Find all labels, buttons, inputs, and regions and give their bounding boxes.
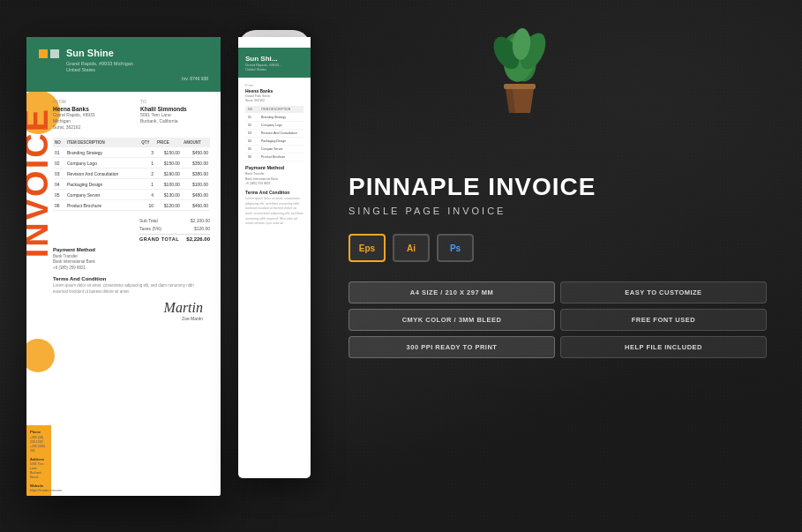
from-block: From Heena Banks Grand Rapids, #9933Mich… <box>53 99 123 131</box>
address-value: 5091 Tern LaneBurbank Street <box>30 462 48 481</box>
col-amount: AMOUNT <box>182 138 210 147</box>
company-info: Sun Shine Grand Rapids, #9933 Michigan U… <box>66 48 208 82</box>
badge-ps: Ps <box>437 234 474 262</box>
col-qty: QTY <box>139 138 155 147</box>
rolled-row-2: 02 Company Logo <box>245 122 304 130</box>
table-header-row: NO ITEM DESCRIPTION QTY PRICE AMOUNT <box>53 138 210 147</box>
company-logo <box>39 49 59 58</box>
rolled-row-4: 04 Packaging Design <box>245 138 304 146</box>
logo-square-white <box>50 49 59 58</box>
bottom-yellow-bar: Phone +285 (38) 226 1592+285 (386) 291 A… <box>26 425 51 496</box>
feature-badge: HELP FILE INCLUDED <box>560 336 767 358</box>
from-to-section: From Heena Banks Grand Rapids, #9933Mich… <box>53 99 210 131</box>
col-desc: ITEM DESCRIPTION <box>65 138 139 147</box>
rolled-paper: Sun Shi... Grand Rapids, #9933...United … <box>238 37 311 478</box>
app-badges: Eps Ai Ps <box>349 234 767 262</box>
circle-decoration-2 <box>26 339 55 372</box>
company-name: Sun Shine <box>66 48 208 59</box>
items-table: NO ITEM DESCRIPTION QTY PRICE AMOUNT 01 … <box>53 138 210 211</box>
signature-block: Martin Zoe Martin <box>53 300 210 321</box>
phone-label: Phone <box>30 430 48 434</box>
payment-title: Payment Method <box>53 247 210 252</box>
to-label: To <box>140 99 210 104</box>
product-subtitle: SINGLE PAGE INVOICE <box>349 206 767 216</box>
rolled-body: From Heena Banks Grand Falls StreetSurat… <box>238 78 311 232</box>
table-row: 01 Branding Strategy 3 $150.00 $450.00 <box>53 147 210 158</box>
payment-detail: Bank TransferBank International Bank+6 (… <box>53 254 210 271</box>
invoice-flat: INVOICE Sun Shine Grand Rapids, #9933 Mi… <box>26 37 221 496</box>
terms-section: Terms And Condition Lorem ipsum dolor si… <box>53 276 210 296</box>
to-block: To Khalil Simmonds 5091 Tern LaneBurbank… <box>140 99 210 131</box>
main-container: INVOICE Sun Shine Grand Rapids, #9933 Mi… <box>0 0 802 532</box>
rolled-company-name: Sun Shi... <box>245 55 304 63</box>
terms-title: Terms And Condition <box>53 276 210 281</box>
feature-badge: A4 SIZE / 210 x 297 mm <box>349 281 555 303</box>
rolled-from-name: Heena Banks <box>245 88 304 94</box>
info-panel: PINNAPLE INVOICE SINGLE PAGE INVOICE Eps… <box>335 156 776 377</box>
invoice-header: Sun Shine Grand Rapids, #9933 Michigan U… <box>26 37 221 93</box>
payment-block: Payment Method Bank TransferBank Interna… <box>53 247 210 271</box>
payment-section: Payment Method Bank TransferBank Interna… <box>53 247 210 271</box>
to-address: 5091 Tern LaneBurbank, California <box>140 112 210 124</box>
rolled-from-label: From <box>245 83 304 87</box>
col-no: NO <box>53 138 65 147</box>
rolled-payment-detail: Bank TransferBank International Bank+6 (… <box>245 172 304 186</box>
table-row: 06 Product Brochure 10 $120.00 $460.00 <box>53 200 210 211</box>
grand-total-row: GRAND TOTAL $2,226.00 <box>139 234 210 242</box>
website-value: https://envato.com.com <box>30 489 48 492</box>
invoice-body: From Heena Banks Grand Rapids, #9933Mich… <box>26 92 221 328</box>
from-address: Grand Rapids, #9933MichiganSurat, 362162 <box>53 112 123 131</box>
tax-value: $126.00 <box>194 226 210 231</box>
subtotal-value: $2,100.00 <box>191 218 210 223</box>
rolled-row-3: 03 Revision And Consultation <box>245 130 304 138</box>
tax-label: Taxes (5%) <box>139 226 161 231</box>
rolled-from-detail: Grand Falls StreetSurat, 362162 <box>245 94 304 103</box>
svg-rect-5 <box>504 84 536 89</box>
rolled-company-info: Grand Rapids, #9933...United States <box>245 63 304 72</box>
feature-badge: 300 PPI READY TO PRINT <box>349 336 555 358</box>
badge-eps: Eps <box>349 234 386 262</box>
from-label: From <box>53 99 123 104</box>
table-row: 04 Packaging Design 1 $100.00 $100.00 <box>53 179 210 190</box>
subtotal-row: Sub Total $2,100.00 <box>139 216 210 224</box>
from-name: Heena Banks <box>53 106 123 112</box>
rolled-row-5: 05 Compan Server <box>245 146 304 154</box>
rolled-header: Sun Shi... Grand Rapids, #9933...United … <box>238 48 311 78</box>
invoice-rolled: Sun Shi... Grand Rapids, #9933...United … <box>238 37 318 496</box>
feature-badge: EASY TO CUSTOMIZE <box>560 281 767 303</box>
terms-text: Lorem ipsum dolor sit amet, consectetur … <box>53 283 210 296</box>
address-label: Address <box>30 457 48 461</box>
invoice-number: Inv. 8749 938 <box>66 76 208 81</box>
grand-total-label: GRAND TOTAL <box>139 236 179 242</box>
feature-badge: CMYK COLOR / 3mm BLEED <box>349 309 555 331</box>
totals-block: Sub Total $2,100.00 Taxes (5%) $126.00 G… <box>139 216 210 242</box>
subtotal-label: Sub Total <box>139 218 158 223</box>
product-title: PINNAPLE INVOICE <box>349 174 767 201</box>
rolled-table-header: NO ITEM DESCRIPTION <box>245 106 304 113</box>
col-price: PRICE <box>155 138 182 147</box>
features-grid: A4 SIZE / 210 x 297 mmEASY TO CUSTOMIZEC… <box>349 281 767 358</box>
badge-ai: Ai <box>393 234 430 262</box>
invoice-side-label: INVOICE <box>26 108 53 258</box>
table-row: 05 Company Server 4 $130.00 $480.00 <box>53 190 210 200</box>
table-row: 03 Revision And Consultation 2 $190.00 $… <box>53 169 210 179</box>
rolled-row-6: 06 Product Brochure <box>245 154 304 161</box>
website-label: Website <box>30 483 48 488</box>
logo-square-orange <box>39 49 48 58</box>
signature: Martin <box>53 300 203 316</box>
grand-total-value: $2,226.00 <box>186 236 210 242</box>
tax-row: Taxes (5%) $126.00 <box>139 224 210 232</box>
table-row: 02 Company Logo 1 $150.00 $350.00 <box>53 158 210 169</box>
rolled-terms-title: Terms And Condition <box>245 190 304 195</box>
company-address: Grand Rapids, #9933 Michigan United Stat… <box>66 61 208 74</box>
to-name: Khalil Simmonds <box>140 106 210 112</box>
phone-value: +285 (38) 226 1592+285 (386) 291 <box>30 436 48 454</box>
rolled-payment-title: Payment Method <box>245 165 304 170</box>
plant-decoration <box>484 18 555 115</box>
totals-section: Sub Total $2,100.00 Taxes (5%) $126.00 G… <box>53 216 210 242</box>
rolled-row-1: 01 Branding Strategy <box>245 114 304 122</box>
signatory: Zoe Martin <box>53 316 203 321</box>
feature-badge: FREE FONT USED <box>560 309 767 331</box>
rolled-terms-text: Lorem ipsum dolor sit amet, consectetur … <box>245 197 304 227</box>
